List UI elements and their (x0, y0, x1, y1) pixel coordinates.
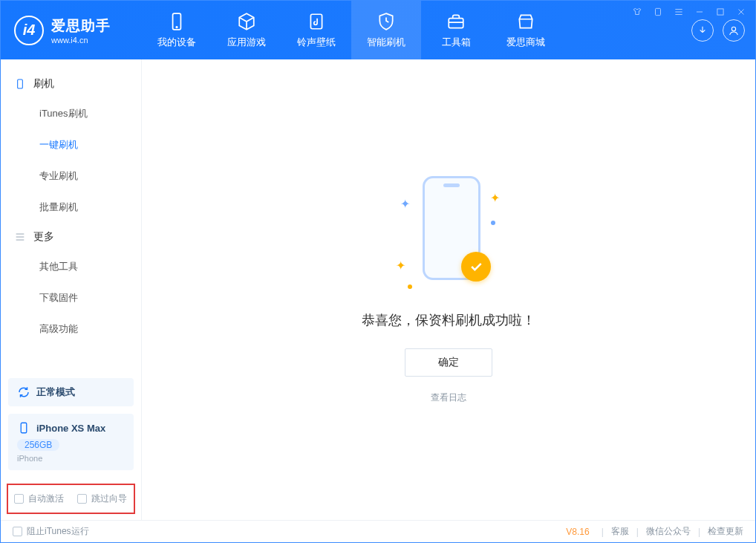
footer-link-support[interactable]: 客服 (611, 525, 629, 538)
sidebar-item-advanced[interactable]: 高级功能 (1, 313, 141, 345)
version-label: V8.16 (566, 527, 589, 537)
sidebar: 刷机 iTunes刷机 一键刷机 专业刷机 批量刷机 更多 其他工具 下载固件 … (1, 59, 142, 520)
sidebar-item-download-firmware[interactable]: 下载固件 (1, 282, 141, 313)
checkbox-icon (13, 527, 22, 536)
nav-ringtone-wallpaper[interactable]: 铃声壁纸 (281, 1, 351, 59)
svg-rect-1 (717, 9, 723, 15)
checkbox-icon (14, 494, 24, 504)
dot-icon (408, 284, 412, 289)
sparkle-icon: ✦ (490, 191, 500, 205)
footer-link-wechat[interactable]: 微信公众号 (646, 525, 691, 538)
phone-small-icon (17, 421, 30, 435)
checkbox-label: 阻止iTunes运行 (27, 525, 89, 538)
logo-badge-icon: i4 (14, 16, 44, 45)
download-manager-icon[interactable] (691, 19, 714, 42)
nav-label: 爱思商城 (506, 36, 545, 49)
device-type: iPhone (17, 454, 125, 463)
window-controls (630, 5, 748, 19)
mode-label: 正常模式 (36, 386, 75, 399)
svg-rect-4 (310, 14, 322, 29)
app-logo[interactable]: i4 爱思助手 www.i4.cn (1, 1, 142, 59)
separator: | (602, 527, 604, 537)
top-nav: 我的设备 应用游戏 铃声壁纸 智能刷机 工具箱 爱思商城 (142, 1, 561, 59)
nav-label: 应用游戏 (227, 36, 266, 49)
sidebar-item-batch-flash[interactable]: 批量刷机 (1, 192, 141, 223)
check-badge-icon (461, 252, 491, 282)
nav-smart-flash[interactable]: 智能刷机 (351, 1, 421, 59)
app-header: i4 爱思助手 www.i4.cn 我的设备 应用游戏 铃声壁纸 智能刷机 工具… (1, 1, 755, 59)
nav-store[interactable]: 爱思商城 (491, 1, 561, 59)
status-bar: 阻止iTunes运行 V8.16 | 客服 | 微信公众号 | 检查更新 (1, 520, 755, 542)
account-icon[interactable] (723, 19, 745, 42)
nav-label: 工具箱 (442, 36, 471, 49)
separator: | (698, 527, 700, 537)
svg-point-6 (731, 27, 735, 30)
ok-button[interactable]: 确定 (405, 348, 492, 377)
sidebar-group-title: 刷机 (33, 77, 54, 91)
sparkle-icon: ✦ (396, 259, 405, 273)
close-icon[interactable] (734, 5, 748, 19)
minimize-icon[interactable] (693, 5, 706, 19)
footer-link-update[interactable]: 检查更新 (708, 525, 743, 538)
sidebar-group-flash: 刷机 (1, 70, 141, 98)
refresh-icon (17, 386, 30, 399)
cube-icon (237, 12, 256, 31)
dot-icon (491, 221, 495, 225)
sidebar-item-pro-flash[interactable]: 专业刷机 (1, 160, 141, 192)
skin-icon[interactable] (651, 5, 665, 19)
music-icon (307, 12, 326, 31)
toolbox-icon (446, 12, 466, 31)
svg-rect-7 (18, 79, 23, 88)
checkbox-skip-guide[interactable]: 跳过向导 (77, 492, 127, 505)
checkbox-label: 跳过向导 (91, 492, 127, 505)
nav-label: 智能刷机 (367, 36, 405, 49)
nav-apps-games[interactable]: 应用游戏 (212, 1, 281, 59)
success-message: 恭喜您，保资料刷机成功啦！ (362, 311, 535, 329)
device-cards: 正常模式 iPhone XS Max 256GB iPhone (1, 371, 141, 478)
svg-rect-8 (21, 423, 27, 433)
sidebar-group-title: 更多 (33, 230, 54, 244)
nav-my-device[interactable]: 我的设备 (142, 1, 212, 59)
checkbox-auto-activate[interactable]: 自动激活 (14, 492, 64, 505)
shield-icon (377, 12, 396, 31)
nav-toolbox[interactable]: 工具箱 (421, 1, 491, 59)
menu-icon[interactable] (672, 5, 685, 19)
app-name-cn: 爱思助手 (51, 16, 111, 36)
mode-card[interactable]: 正常模式 (8, 378, 134, 406)
success-illustration: ✦ ✦ ✦ (393, 176, 504, 295)
app-name-en: www.i4.cn (51, 36, 111, 45)
sidebar-item-itunes-flash[interactable]: iTunes刷机 (1, 98, 141, 129)
maximize-icon[interactable] (714, 5, 727, 19)
store-icon (516, 12, 535, 31)
device-storage-badge: 256GB (17, 439, 59, 451)
app-body: 刷机 iTunes刷机 一键刷机 专业刷机 批量刷机 更多 其他工具 下载固件 … (1, 59, 755, 520)
view-log-link[interactable]: 查看日志 (431, 391, 466, 404)
phone-icon (167, 12, 186, 31)
svg-rect-0 (656, 8, 661, 15)
device-card[interactable]: iPhone XS Max 256GB iPhone (8, 414, 134, 470)
sidebar-group-more: 更多 (1, 223, 141, 251)
sidebar-item-oneclick-flash[interactable]: 一键刷机 (1, 129, 141, 160)
sparkle-icon: ✦ (400, 197, 410, 211)
tshirt-icon[interactable] (630, 5, 644, 19)
svg-rect-5 (449, 18, 463, 27)
main-content: ✦ ✦ ✦ 恭喜您，保资料刷机成功啦！ 确定 查看日志 (142, 59, 755, 520)
checkbox-icon (77, 494, 87, 504)
checkbox-label: 自动激活 (28, 492, 64, 505)
svg-point-3 (176, 26, 177, 27)
separator: | (636, 527, 639, 537)
list-icon (14, 231, 26, 243)
nav-label: 铃声壁纸 (297, 36, 336, 49)
checkbox-block-itunes[interactable]: 阻止iTunes运行 (13, 525, 89, 538)
device-small-icon (14, 78, 26, 90)
device-name: iPhone XS Max (36, 423, 105, 434)
nav-label: 我的设备 (157, 36, 196, 49)
highlighted-options: 自动激活 跳过向导 (7, 484, 135, 514)
sidebar-item-other-tools[interactable]: 其他工具 (1, 251, 141, 282)
